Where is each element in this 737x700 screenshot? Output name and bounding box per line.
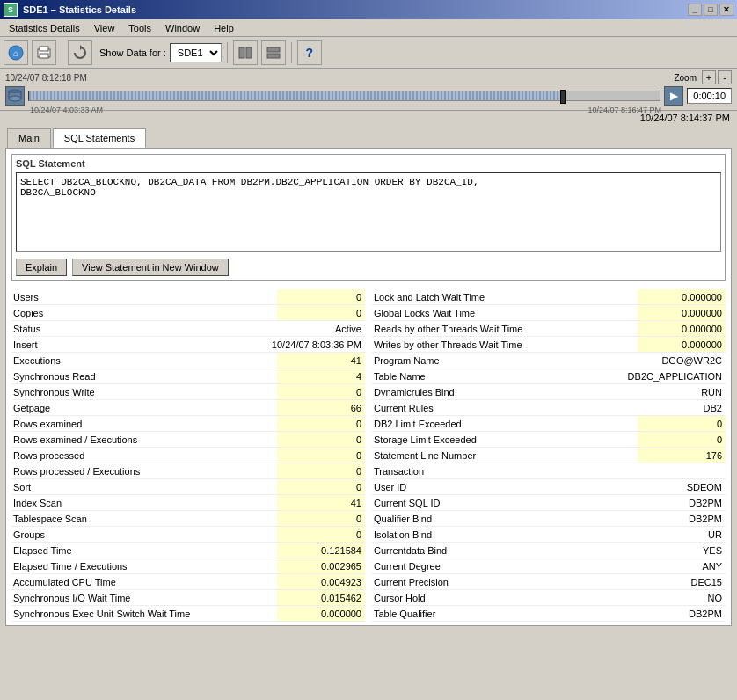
stats-value: 0	[277, 289, 365, 304]
stats-label: Rows examined / Executions	[11, 434, 277, 445]
stats-row: Statement Line Number176	[372, 448, 726, 463]
stats-row: Accumulated CPU Time0.004923	[11, 574, 365, 590]
stats-value: 0	[638, 432, 726, 447]
tab-main[interactable]: Main	[7, 128, 51, 148]
stats-value: 41	[277, 353, 365, 368]
stats-value: DB2	[638, 400, 726, 415]
layout-button-2[interactable]	[261, 40, 286, 65]
stats-value	[638, 463, 726, 478]
stats-label: Statement Line Number	[372, 450, 638, 461]
stats-row: Qualifier BindDB2PM	[372, 511, 726, 527]
stats-value: 0.121584	[277, 543, 365, 558]
stats-label: Rows processed / Executions	[11, 466, 277, 477]
play-button[interactable]: ▶	[664, 86, 683, 106]
view-statement-button[interactable]: View Statement in New Window	[72, 259, 229, 276]
menu-view[interactable]: View	[89, 21, 120, 35]
stats-label: Reads by other Threads Wait Time	[372, 324, 638, 334]
stats-label: Qualifier Bind	[372, 514, 638, 524]
menu-window[interactable]: Window	[160, 21, 205, 35]
stats-value: DB2C_APPLICATION	[628, 368, 726, 383]
zoom-in-button[interactable]: +	[702, 70, 716, 84]
stats-row: DB2 Limit Exceeded0	[372, 416, 726, 432]
stats-value: 0.015462	[277, 590, 365, 605]
show-data-select[interactable]: SDE1	[170, 43, 222, 62]
menu-statistics-details[interactable]: Statistics Details	[4, 21, 85, 35]
svg-rect-8	[267, 47, 280, 52]
menu-tools[interactable]: Tools	[123, 21, 157, 35]
stats-row: Synchronous Exec Unit Switch Wait Time0.…	[11, 606, 365, 622]
tab-sql-statements[interactable]: SQL Statements	[53, 128, 146, 148]
zoom-out-button[interactable]: -	[718, 70, 732, 84]
timeline-db-icon	[5, 86, 25, 106]
explain-button[interactable]: Explain	[16, 259, 67, 276]
stats-label: Groups	[11, 529, 277, 540]
stats-value: 176	[638, 448, 726, 463]
close-button[interactable]: ✕	[719, 4, 733, 16]
svg-rect-9	[267, 54, 280, 58]
zoom-controls: Zoom + -	[674, 70, 732, 84]
stats-row: Global Locks Wait Time0.000000	[372, 305, 726, 321]
help-button[interactable]: ?	[297, 40, 322, 65]
stats-row: Synchronous Write0	[11, 384, 365, 400]
maximize-button[interactable]: □	[704, 4, 718, 16]
stats-value: UR	[638, 527, 726, 542]
stats-label: Sort	[11, 482, 277, 492]
stats-value: Active	[277, 321, 365, 336]
timeline-thumb[interactable]	[560, 90, 566, 104]
stats-row: Executions41	[11, 353, 365, 368]
stats-row: Table QualifierDB2PM	[372, 606, 726, 622]
stats-row: Current DegreeANY	[372, 558, 726, 574]
stats-row: Synchronous Read4	[11, 368, 365, 384]
window-title: SDE1 – Statistics Details	[23, 4, 136, 15]
stats-label: Status	[11, 324, 277, 334]
sql-buttons: Explain View Statement in New Window	[16, 259, 721, 276]
stats-label: Current SQL ID	[372, 498, 638, 508]
show-data-label: Show Data for :	[99, 47, 166, 58]
stats-label: Executions	[11, 355, 277, 366]
timeline-track[interactable]	[28, 91, 660, 101]
stats-value: 0	[277, 448, 365, 463]
refresh-button[interactable]	[68, 40, 92, 65]
toolbar-separator-3	[291, 42, 292, 63]
stats-value: 0.000000	[638, 305, 726, 320]
stats-label: Getpage	[11, 403, 277, 413]
stats-row: Synchronous I/O Wait Time0.015462	[11, 590, 365, 606]
stats-label: Elapsed Time	[11, 545, 277, 556]
stats-row: Groups0	[11, 527, 365, 543]
stats-value: RUN	[638, 384, 726, 399]
stats-label: DB2 Limit Exceeded	[372, 419, 638, 429]
stats-row: Rows examined0	[11, 416, 365, 432]
stats-label: Lock and Latch Wait Time	[372, 292, 638, 303]
svg-rect-4	[40, 54, 48, 58]
stats-label: Writes by other Threads Wait Time	[372, 339, 638, 350]
stats-left-col: Users0Copies0StatusActiveInsert10/24/07 …	[11, 289, 365, 622]
toolbar: ⌂ Show Data for : SDE1 ?	[0, 37, 737, 69]
stats-row: Reads by other Threads Wait Time0.000000	[372, 321, 726, 337]
stats-row: Copies0	[11, 305, 365, 321]
stats-row: Program NameDGO@WR2C	[372, 353, 726, 368]
minimize-button[interactable]: _	[688, 4, 702, 16]
window-controls[interactable]: _ □ ✕	[688, 4, 733, 16]
stats-value: DGO@WR2C	[638, 353, 726, 368]
stats-label: Dynamicrules Bind	[372, 387, 638, 397]
stats-value: 0	[277, 527, 365, 542]
home-button[interactable]: ⌂	[4, 40, 28, 65]
stats-label: Users	[11, 292, 277, 303]
print-button[interactable]	[32, 40, 56, 65]
stats-row: Current SQL IDDB2PM	[372, 495, 726, 511]
stats-row: Rows processed / Executions0	[11, 463, 365, 479]
menu-help[interactable]: Help	[208, 21, 239, 35]
stats-label: Transaction	[372, 466, 638, 477]
stats-row: Insert10/24/07 8:03:36 PM	[11, 337, 365, 353]
stats-value: YES	[638, 543, 726, 558]
sql-textarea[interactable]	[16, 172, 721, 252]
layout-button-1[interactable]	[233, 40, 258, 65]
stats-value: 0	[277, 432, 365, 447]
stats-value: ANY	[638, 558, 726, 573]
zoom-label: Zoom	[674, 73, 697, 83]
stats-value: SDEOM	[638, 479, 726, 494]
stats-label: Synchronous Read	[11, 371, 277, 382]
stats-value: NO	[638, 590, 726, 605]
stats-value: 0.000000	[638, 337, 726, 352]
stats-label: Current Rules	[372, 403, 638, 413]
